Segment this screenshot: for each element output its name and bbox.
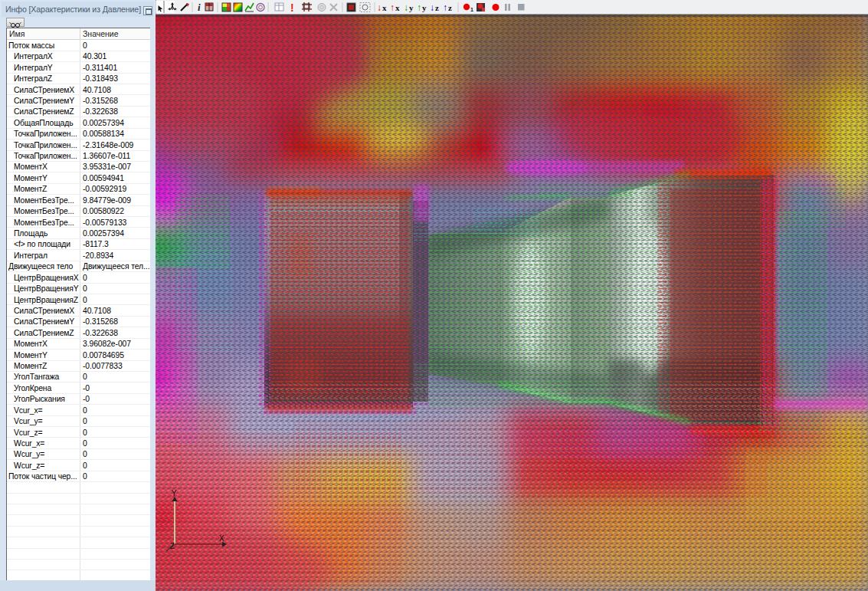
svg-text:z: z xyxy=(448,3,452,12)
svg-text:!: ! xyxy=(290,2,294,14)
svg-text:↑: ↑ xyxy=(443,2,447,13)
svg-text:↑: ↑ xyxy=(417,2,421,13)
svg-text:y: y xyxy=(422,3,427,12)
svg-text:x: x xyxy=(395,3,400,12)
svg-text:z: z xyxy=(435,3,439,12)
svg-text:↓: ↓ xyxy=(404,2,408,13)
svg-text:↓: ↓ xyxy=(430,2,434,13)
svg-text:i: i xyxy=(198,2,201,13)
svg-text:y: y xyxy=(409,3,414,12)
svg-text:X: X xyxy=(219,534,224,543)
svg-text:Y: Y xyxy=(172,489,177,497)
svg-text:x: x xyxy=(382,3,387,12)
svg-text:↓: ↓ xyxy=(377,2,382,13)
svg-text:Z: Z xyxy=(170,542,175,550)
svg-text:↑: ↑ xyxy=(390,2,395,13)
svg-text:1: 1 xyxy=(470,7,473,12)
